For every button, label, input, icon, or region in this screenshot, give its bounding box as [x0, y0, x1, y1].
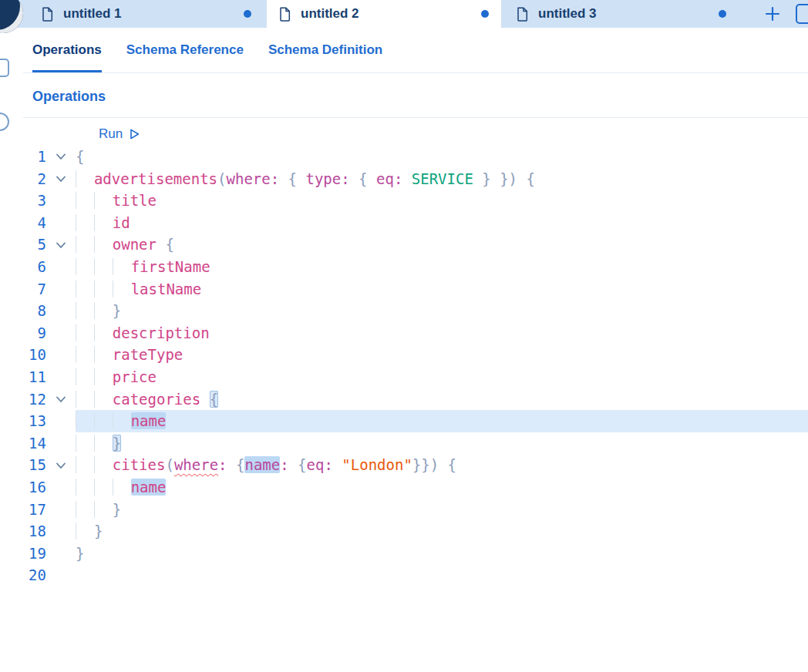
plus-icon — [765, 6, 780, 22]
panel-subtabs: OperationsSchema ReferenceSchema Definit… — [23, 28, 808, 73]
code-text: { — [76, 146, 808, 168]
tab-untitled-1[interactable]: untitled 1 — [29, 0, 264, 28]
editor-lines: 1{2 advertisements(where: { type: { eq: … — [0, 146, 808, 586]
subtab-operations[interactable]: Operations — [32, 28, 102, 72]
gutter-spacer — [46, 410, 76, 432]
gutter-spacer — [46, 476, 76, 499]
editor-line-9[interactable]: 9 description — [0, 322, 808, 344]
tab-bar-actions — [763, 0, 808, 28]
gutter-spacer — [46, 190, 76, 212]
tab-untitled-3[interactable]: untitled 3 — [504, 0, 739, 28]
document-icon — [42, 7, 53, 22]
code-text: rateType — [76, 344, 808, 366]
editor-line-1[interactable]: 1{ — [0, 146, 808, 168]
code-text: } — [76, 432, 808, 455]
code-text: advertisements(where: { type: { eq: SERV… — [76, 168, 808, 190]
gutter-spacer — [46, 499, 76, 521]
unsaved-changes-dot — [719, 10, 726, 18]
line-number: 10 — [0, 344, 46, 366]
editor-line-5[interactable]: 5 owner { — [0, 234, 808, 256]
editor-line-13[interactable]: 13 name — [0, 410, 808, 432]
editor-line-7[interactable]: 7 lastName — [0, 278, 808, 301]
tab-bar: untitled 1untitled 2untitled 3 — [0, 0, 808, 28]
gutter-spacer — [46, 432, 76, 455]
document-icon — [279, 7, 291, 22]
fold-chevron-icon[interactable] — [46, 168, 76, 190]
app-logo-icon — [0, 0, 23, 33]
document-icon — [517, 7, 528, 22]
line-number: 11 — [0, 366, 46, 388]
line-number: 2 — [0, 168, 46, 190]
subtab-schema-reference[interactable]: Schema Reference — [126, 28, 244, 72]
fold-chevron-icon[interactable] — [46, 388, 76, 411]
fold-chevron-icon[interactable] — [46, 234, 76, 256]
code-text: } — [76, 520, 808, 543]
line-number: 17 — [0, 499, 46, 521]
line-number: 15 — [0, 454, 46, 476]
code-text: lastName — [76, 278, 808, 301]
gutter-spacer — [46, 278, 76, 301]
line-number: 20 — [0, 564, 46, 586]
gutter-spacer — [46, 300, 76, 322]
editor-line-3[interactable]: 3 title — [0, 190, 808, 212]
editor-line-10[interactable]: 10 rateType — [0, 344, 808, 366]
line-number: 18 — [0, 520, 46, 543]
tab-untitled-2[interactable]: untitled 2 — [267, 0, 501, 28]
gutter-spacer — [46, 322, 76, 344]
fold-chevron-icon[interactable] — [46, 454, 76, 476]
code-text: description — [76, 322, 808, 344]
line-number: 6 — [0, 256, 46, 278]
editor-line-16[interactable]: 16 name — [0, 476, 808, 499]
code-text: } — [76, 543, 808, 565]
line-number: 12 — [0, 388, 46, 411]
line-number: 16 — [0, 476, 46, 499]
gutter-spacer — [46, 256, 76, 278]
editor-line-6[interactable]: 6 firstName — [0, 256, 808, 278]
subtab-schema-definition[interactable]: Schema Definition — [268, 28, 382, 72]
gutter-spacer — [46, 564, 76, 586]
section-header: Operations — [23, 73, 808, 118]
gutter-spacer — [46, 212, 76, 234]
graphql-ide-window: untitled 1untitled 2untitled 3 Operation… — [0, 0, 808, 672]
code-text: id — [76, 212, 808, 234]
editor-line-12[interactable]: 12 categories { — [0, 388, 808, 411]
tab-label: untitled 3 — [538, 6, 719, 22]
gutter-spacer — [46, 520, 76, 543]
code-text: } — [76, 499, 808, 521]
tab-label: untitled 2 — [301, 6, 481, 22]
editor-line-14[interactable]: 14 } — [0, 432, 808, 455]
editor-line-17[interactable]: 17 } — [0, 499, 808, 521]
line-number: 5 — [0, 234, 46, 256]
new-tab-button[interactable] — [763, 5, 782, 23]
code-text: firstName — [76, 256, 808, 278]
gutter-spacer — [46, 366, 76, 388]
page-title: Operations — [32, 89, 808, 105]
code-text — [76, 564, 808, 586]
fold-chevron-icon[interactable] — [46, 146, 76, 168]
code-text: cities(where: {name: {eq: "London"}}) { — [76, 454, 808, 476]
window-layout-icon[interactable] — [796, 4, 808, 24]
run-button[interactable]: Run — [99, 126, 140, 142]
unsaved-changes-dot — [481, 10, 489, 18]
line-number: 4 — [0, 212, 46, 234]
code-text: price — [76, 366, 808, 388]
code-text: categories { — [76, 388, 808, 411]
editor-line-8[interactable]: 8 } — [0, 300, 808, 322]
gutter-spacer — [46, 344, 76, 366]
editor-line-2[interactable]: 2 advertisements(where: { type: { eq: SE… — [0, 168, 808, 190]
gutter-spacer — [46, 543, 76, 565]
editor-line-4[interactable]: 4 id — [0, 212, 808, 234]
code-text: name — [76, 476, 808, 499]
play-icon — [129, 128, 140, 140]
editor-line-15[interactable]: 15 cities(where: {name: {eq: "London"}})… — [0, 454, 808, 476]
sidebar-document-partial-icon[interactable] — [0, 59, 9, 77]
editor-line-19[interactable]: 19} — [0, 543, 808, 565]
editor-line-11[interactable]: 11 price — [0, 366, 808, 388]
editor-line-20[interactable]: 20 — [0, 564, 808, 586]
run-button-label: Run — [99, 126, 123, 142]
code-editor[interactable]: Run 1{2 advertisements(where: { type: { … — [0, 118, 808, 586]
line-number: 14 — [0, 432, 46, 455]
editor-line-18[interactable]: 18 } — [0, 520, 808, 543]
line-number: 13 — [0, 410, 46, 432]
code-text: owner { — [76, 234, 808, 256]
